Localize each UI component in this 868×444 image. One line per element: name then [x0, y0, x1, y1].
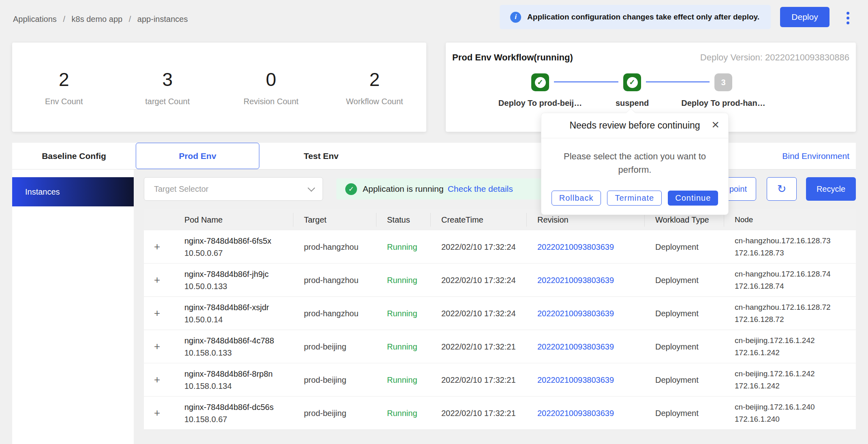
target-selector-placeholder: Target Selector — [154, 184, 308, 194]
deploy-version: Deploy Version: 20220210093830886 — [700, 52, 849, 63]
pod-ip: 10.158.0.133 — [184, 347, 293, 359]
node-name: cn-beijing.172.16.1.242 — [735, 335, 856, 347]
bind-environment-link[interactable]: Bind Environment — [782, 143, 849, 169]
node-ip: 172.16.128.72 — [735, 313, 856, 326]
stat-value: 3 — [116, 69, 220, 90]
workflow-connector — [646, 82, 710, 82]
create-time-cell: 2022/02/10 17:32:24 — [431, 274, 527, 286]
row-expand-button[interactable]: + — [151, 340, 163, 352]
target-cell: prod-beijing — [293, 341, 376, 353]
rollback-button[interactable]: Rollback — [552, 191, 601, 206]
row-expand-button[interactable]: + — [151, 307, 163, 319]
pod-name: nginx-7848d4b86f-jh9jc — [184, 268, 293, 280]
target-cell: prod-beijing — [293, 407, 376, 419]
table-row: + nginx-7848d4b86f-dc56s 10.158.0.67 pro… — [144, 397, 856, 430]
stat-env-count: 2 Env Count — [12, 69, 116, 106]
pod-name: nginx-7848d4b86f-4c788 — [184, 335, 293, 347]
pod-ip: 10.50.0.14 — [184, 313, 293, 326]
environment-tabs: Baseline Config Prod Env Test Env Bind E… — [12, 143, 856, 169]
close-icon[interactable]: × — [712, 118, 719, 131]
create-time-cell: 2022/02/10 17:32:21 — [431, 407, 527, 419]
info-icon: i — [510, 12, 521, 23]
workflow-step2-success-icon[interactable]: ✓ — [623, 73, 641, 91]
stat-label: target Count — [116, 97, 220, 106]
breadcrumb-app-name[interactable]: k8s demo app — [72, 15, 123, 24]
more-actions-menu-icon[interactable] — [844, 9, 852, 27]
tab-prod-env[interactable]: Prod Env — [136, 143, 259, 169]
workflow-step3-pending-icon[interactable]: 3 — [714, 73, 732, 91]
node-name: cn-beijing.172.16.1.242 — [735, 368, 856, 380]
target-selector-dropdown[interactable]: Target Selector — [144, 177, 323, 201]
breadcrumb-separator: / — [129, 15, 131, 24]
target-cell: prod-beijing — [293, 374, 376, 386]
breadcrumb-applications[interactable]: Applications — [13, 15, 57, 24]
popover-title: Needs review before continuing — [569, 120, 700, 131]
status-value: Running — [387, 242, 417, 251]
refresh-icon: ↻ — [777, 183, 787, 195]
refresh-button[interactable]: ↻ — [767, 177, 797, 201]
node-name: cn-hangzhou.172.16.128.74 — [735, 268, 856, 280]
row-expand-button[interactable]: + — [151, 407, 163, 419]
node-name: cn-hangzhou.172.16.128.73 — [735, 235, 856, 247]
row-expand-button[interactable]: + — [151, 240, 163, 253]
pod-ip: 10.50.0.67 — [184, 247, 293, 259]
workflow-connector — [554, 82, 618, 82]
sidebar: Instances — [12, 169, 134, 444]
continue-button[interactable]: Continue — [668, 191, 718, 206]
workload-type-cell: Deployment — [645, 274, 724, 286]
row-expand-button[interactable]: + — [151, 373, 163, 386]
create-time-cell: 2022/02/10 17:32:24 — [431, 307, 527, 320]
table-row: + nginx-7848d4b86f-4c788 10.158.0.133 pr… — [144, 330, 856, 363]
terminate-button[interactable]: Terminate — [607, 191, 662, 206]
stat-workflow-count: 2 Workflow Count — [323, 69, 427, 106]
deploy-notice-banner: i Application configuration changes take… — [500, 5, 771, 29]
deploy-button[interactable]: Deploy — [780, 7, 830, 27]
breadcrumb-current: app-instances — [137, 15, 188, 24]
revision-link[interactable]: 20220210093803639 — [537, 242, 614, 251]
stats-card: 2 Env Count 3 target Count 0 Revision Co… — [12, 43, 426, 132]
pod-name: nginx-7848d4b86f-6fs5x — [184, 235, 293, 247]
table-row: + nginx-7848d4b86f-xsjdr 10.50.0.14 prod… — [144, 297, 856, 330]
status-value: Running — [387, 342, 417, 351]
node-ip: 172.16.128.74 — [735, 280, 856, 292]
workflow-step3-label: Deploy To prod-han… — [675, 99, 772, 108]
popover-header: Needs review before continuing × — [541, 113, 728, 138]
tab-baseline-config[interactable]: Baseline Config — [12, 143, 136, 169]
workflow-step2-label: suspend — [584, 99, 681, 108]
workload-type-cell: Deployment — [645, 307, 724, 320]
revision-link[interactable]: 20220210093803639 — [537, 309, 614, 318]
check-details-link[interactable]: Check the details — [448, 184, 513, 194]
revision-link[interactable]: 20220210093803639 — [537, 276, 614, 285]
chevron-down-icon — [308, 184, 315, 191]
breadcrumb-separator: / — [63, 15, 65, 24]
workload-type-cell: Deployment — [645, 241, 724, 253]
recycle-button[interactable]: Recycle — [806, 177, 856, 201]
workflow-step1-success-icon[interactable]: ✓ — [531, 73, 549, 91]
status-value: Running — [387, 409, 417, 418]
sidebar-item-instances[interactable]: Instances — [12, 177, 134, 206]
create-time-cell: 2022/02/10 17:32:21 — [431, 374, 527, 386]
revision-link[interactable]: 20220210093803639 — [537, 409, 614, 418]
tab-test-env[interactable]: Test Env — [259, 143, 383, 169]
pod-name: nginx-7848d4b86f-xsjdr — [184, 301, 293, 313]
pod-name: nginx-7848d4b86f-8rp8n — [184, 368, 293, 380]
stat-value: 2 — [323, 69, 427, 90]
success-check-icon: ✓ — [345, 183, 357, 195]
col-status: Status — [376, 213, 431, 227]
target-cell: prod-hangzhou — [293, 241, 376, 253]
col-target: Target — [293, 213, 376, 227]
stat-value: 2 — [12, 69, 116, 90]
table-row: + nginx-7848d4b86f-8rp8n 10.158.0.134 pr… — [144, 363, 856, 397]
target-cell: prod-hangzhou — [293, 274, 376, 286]
stat-label: Revision Count — [219, 97, 323, 106]
row-expand-button[interactable]: + — [151, 274, 163, 286]
step-number: 3 — [721, 78, 725, 87]
check-icon: ✓ — [627, 77, 638, 88]
workflow-title: Prod Env Workflow(running) — [452, 52, 573, 63]
node-name: cn-beijing.172.16.1.240 — [735, 401, 856, 413]
stat-label: Env Count — [12, 97, 116, 106]
revision-link[interactable]: 20220210093803639 — [537, 342, 614, 351]
status-value: Running — [387, 276, 417, 285]
stat-revision-count: 0 Revision Count — [219, 69, 323, 106]
revision-link[interactable]: 20220210093803639 — [537, 375, 614, 384]
